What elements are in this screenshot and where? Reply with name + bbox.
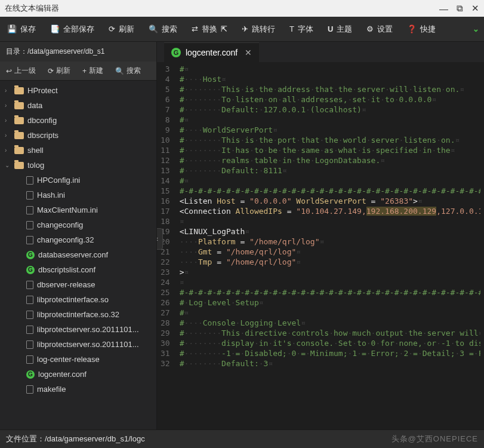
file-item[interactable]: HPConfig.ini: [0, 173, 156, 188]
save-button[interactable]: 💾保存: [0, 17, 43, 41]
item-label: changeconfig.32: [37, 235, 94, 244]
file-icon: [26, 355, 33, 364]
chevron-right-icon: ›: [5, 147, 11, 154]
font-icon: T: [289, 24, 294, 33]
close-icon[interactable]: ✕: [471, 3, 479, 14]
conf-icon: G: [26, 370, 35, 379]
file-item[interactable]: Gdbscriptslist.conf: [0, 262, 156, 277]
item-label: libprotectserver.so.2011101...: [37, 325, 139, 334]
collapse-sidebar-handle[interactable]: ‹: [157, 228, 163, 250]
up-icon: ↩: [6, 67, 12, 75]
breadcrumb: 目录：/data/gameserver/db_s1: [0, 42, 156, 62]
minimize-icon[interactable]: —: [439, 4, 448, 14]
search-button[interactable]: 🔍搜索: [141, 17, 184, 41]
chevron-right-icon: ›: [5, 132, 11, 139]
item-label: dbscriptslist.conf: [38, 265, 95, 274]
settings-button[interactable]: ⚙设置: [359, 17, 400, 41]
quick-icon: ❓: [407, 24, 417, 33]
file-icon: [26, 191, 33, 200]
item-label: dbscripts: [27, 131, 58, 140]
item-label: Hash.ini: [37, 191, 65, 200]
item-label: changeconfig: [37, 220, 83, 229]
folder-item[interactable]: ›dbscripts: [0, 128, 156, 143]
refresh-button[interactable]: ⟳刷新: [101, 17, 141, 41]
font-button[interactable]: T字体: [282, 17, 320, 41]
search-icon: 🔍: [149, 24, 158, 33]
quick-button[interactable]: ❓快捷: [400, 17, 443, 41]
item-label: databaseserver.conf: [38, 250, 108, 259]
refresh-icon: ⟳: [48, 67, 54, 75]
close-tab-icon[interactable]: ✕: [245, 48, 252, 57]
maximize-icon[interactable]: ⧉: [457, 3, 463, 14]
watermark: 头条@艾西ONEPIECE: [391, 434, 478, 444]
save-all-button[interactable]: 📑全部保存: [43, 17, 101, 41]
file-item[interactable]: libprotectserver.so.2011101...: [0, 337, 156, 352]
file-item[interactable]: changeconfig.32: [0, 232, 156, 247]
file-icon: [26, 326, 33, 334]
replace-icon: ⇄: [192, 24, 198, 33]
goto-line-button[interactable]: ✈跳转行: [235, 17, 282, 41]
folder-icon: [14, 132, 24, 139]
goto-icon: ✈: [242, 24, 248, 33]
item-label: logcenter.conf: [38, 370, 87, 379]
file-item[interactable]: libprotectserver.so.2011101...: [0, 322, 156, 337]
item-label: log-center-release: [37, 355, 100, 364]
item-label: dbserver-release: [37, 280, 95, 289]
window-title: 在线文本编辑器: [5, 3, 59, 14]
main-toolbar: 💾保存 📑全部保存 ⟳刷新 🔍搜索 ⇄替换⇱ ✈跳转行 T字体 U主题 ⚙设置 …: [0, 17, 484, 42]
statusbar: 文件位置：/data/gameserver/db_s1/logc 头条@艾西ON…: [0, 429, 484, 448]
code-area[interactable]: 3456789101112131415161718192021222324252…: [157, 62, 484, 429]
gear-icon: ⚙: [366, 24, 374, 33]
file-icon: [26, 296, 33, 304]
cursor-icon: ⇱: [221, 24, 227, 33]
theme-button[interactable]: U主题: [320, 17, 359, 41]
sidebar-refresh-button[interactable]: ⟳刷新: [42, 62, 76, 80]
sidebar: 目录：/data/gameserver/db_s1 ↩上一级 ⟳刷新 +新建 🔍…: [0, 42, 157, 429]
refresh-icon: ⟳: [109, 24, 115, 33]
new-button[interactable]: +新建: [76, 62, 109, 80]
item-label: dbconfig: [27, 116, 57, 125]
conf-icon: G: [26, 251, 35, 259]
file-tree[interactable]: ›HProtect›data›dbconfig›dbscripts›shell⌄…: [0, 81, 156, 429]
save-all-icon: 📑: [50, 24, 60, 33]
item-label: MaxClientNum.ini: [37, 205, 98, 214]
sidebar-search-button[interactable]: 🔍搜索: [109, 62, 147, 80]
folder-item[interactable]: ›HProtect: [0, 83, 156, 98]
titlebar: 在线文本编辑器 — ⧉ ✕: [0, 0, 484, 17]
folder-icon: [14, 117, 24, 124]
file-item[interactable]: changeconfig: [0, 217, 156, 232]
file-icon: [26, 281, 33, 289]
tab-label: logcenter.conf: [186, 48, 238, 57]
conf-icon: G: [171, 48, 181, 57]
editor-pane: ‹ G logcenter.conf ✕ 3456789101112131415…: [157, 42, 484, 429]
file-icon: [26, 221, 33, 229]
plus-icon: +: [82, 67, 87, 75]
file-icon: [26, 340, 33, 349]
file-item[interactable]: MaxClientNum.ini: [0, 202, 156, 217]
folder-item[interactable]: ›shell: [0, 143, 156, 158]
file-item[interactable]: log-center-release: [0, 352, 156, 367]
file-item[interactable]: makefile: [0, 382, 156, 397]
status-path: /data/gameserver/db_s1/logc: [45, 434, 145, 443]
file-icon: [26, 206, 33, 214]
file-item[interactable]: libprotectinterface.so: [0, 292, 156, 307]
file-item[interactable]: Glogcenter.conf: [0, 367, 156, 382]
folder-icon: [14, 102, 24, 109]
editor-tabs: G logcenter.conf ✕: [157, 42, 484, 62]
folder-icon: [14, 147, 24, 154]
file-item[interactable]: libprotectinterface.so.32: [0, 307, 156, 322]
tab-logcenter[interactable]: G logcenter.conf ✕: [164, 42, 259, 62]
chevron-right-icon: ›: [5, 117, 11, 124]
up-button[interactable]: ↩上一级: [0, 62, 42, 80]
replace-button[interactable]: ⇄替换⇱: [184, 17, 235, 41]
code-content[interactable]: #¤#····Host¤#········This·is·the·address…: [176, 62, 484, 429]
file-item[interactable]: Hash.ini: [0, 188, 156, 202]
folder-item[interactable]: ›dbconfig: [0, 113, 156, 128]
file-icon: [26, 176, 33, 185]
folder-item[interactable]: ⌄tolog: [0, 158, 156, 173]
file-item[interactable]: dbserver-release: [0, 277, 156, 292]
more-chevron-icon[interactable]: ⌄: [473, 24, 479, 33]
file-item[interactable]: Gdatabaseserver.conf: [0, 247, 156, 262]
folder-item[interactable]: ›data: [0, 98, 156, 113]
item-label: makefile: [37, 385, 66, 394]
